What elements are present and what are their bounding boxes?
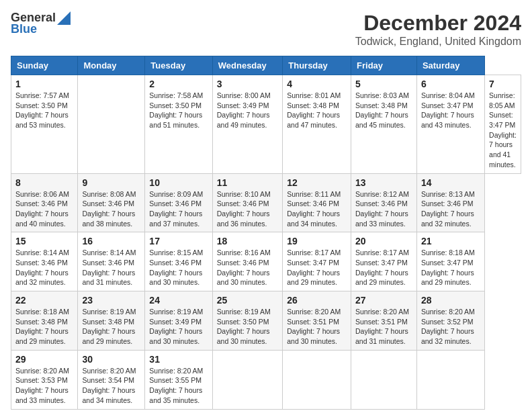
table-row: 9 Sunrise: 8:08 AM Sunset: 3:46 PM Dayli… — [78, 173, 145, 232]
day-number: 29 — [15, 354, 73, 365]
day-number: 16 — [82, 236, 140, 246]
table-row: 11 Sunrise: 8:10 AM Sunset: 3:46 PM Dayl… — [212, 173, 282, 232]
day-number: 4 — [287, 79, 347, 89]
day-info: Sunrise: 8:12 AM Sunset: 3:46 PM Dayligh… — [355, 189, 412, 229]
day-number: 11 — [217, 177, 278, 188]
table-row: 4 Sunrise: 8:01 AM Sunset: 3:48 PM Dayli… — [283, 75, 351, 174]
day-info: Sunrise: 8:04 AM Sunset: 3:47 PM Dayligh… — [421, 91, 480, 130]
day-number: 22 — [15, 295, 73, 306]
week-row: 8 Sunrise: 8:06 AM Sunset: 3:46 PM Dayli… — [11, 173, 521, 232]
location-title: Todwick, England, United Kingdom — [355, 36, 521, 48]
day-info: Sunrise: 8:05 AM Sunset: 3:47 PM Dayligh… — [489, 91, 517, 170]
table-row: 26 Sunrise: 8:20 AM Sunset: 3:51 PM Dayl… — [283, 291, 351, 351]
col-friday: Friday — [351, 56, 417, 75]
table-row: 22 Sunrise: 8:18 AM Sunset: 3:48 PM Dayl… — [11, 291, 78, 351]
day-number: 3 — [217, 79, 278, 89]
page-header: General Blue December 2024 Todwick, Engl… — [11, 11, 521, 48]
table-row: 8 Sunrise: 8:06 AM Sunset: 3:46 PM Dayli… — [11, 173, 78, 232]
day-info: Sunrise: 8:17 AM Sunset: 3:47 PM Dayligh… — [355, 248, 412, 287]
col-tuesday: Tuesday — [145, 56, 212, 75]
day-number: 14 — [421, 177, 480, 188]
day-number: 7 — [489, 79, 517, 89]
day-info: Sunrise: 8:20 AM Sunset: 3:53 PM Dayligh… — [15, 366, 73, 406]
day-number: 27 — [355, 295, 412, 306]
day-info: Sunrise: 8:20 AM Sunset: 3:55 PM Dayligh… — [149, 366, 208, 406]
table-row: 1 Sunrise: 7:57 AM Sunset: 3:50 PM Dayli… — [11, 75, 78, 174]
day-info: Sunrise: 8:16 AM Sunset: 3:46 PM Dayligh… — [217, 248, 278, 287]
day-number: 1 — [15, 79, 73, 89]
day-number: 31 — [149, 354, 208, 365]
table-row: 15 Sunrise: 8:14 AM Sunset: 3:46 PM Dayl… — [11, 232, 78, 291]
day-info: Sunrise: 8:03 AM Sunset: 3:48 PM Dayligh… — [355, 91, 412, 130]
empty-cell — [416, 350, 484, 409]
day-info: Sunrise: 8:19 AM Sunset: 3:49 PM Dayligh… — [149, 307, 208, 347]
day-info: Sunrise: 8:19 AM Sunset: 3:48 PM Dayligh… — [82, 307, 140, 347]
day-info: Sunrise: 8:17 AM Sunset: 3:47 PM Dayligh… — [287, 248, 347, 287]
day-info: Sunrise: 8:15 AM Sunset: 3:46 PM Dayligh… — [149, 248, 208, 287]
day-number: 10 — [149, 177, 208, 188]
day-info: Sunrise: 8:10 AM Sunset: 3:46 PM Dayligh… — [217, 189, 278, 229]
day-number: 23 — [82, 295, 140, 306]
col-monday: Monday — [78, 56, 145, 75]
empty-cell — [78, 75, 145, 174]
empty-cell — [212, 350, 282, 409]
day-info: Sunrise: 8:18 AM Sunset: 3:47 PM Dayligh… — [421, 248, 480, 287]
day-info: Sunrise: 8:20 AM Sunset: 3:52 PM Dayligh… — [421, 307, 480, 347]
day-number: 18 — [217, 236, 278, 246]
svg-marker-0 — [57, 11, 71, 25]
day-info: Sunrise: 8:20 AM Sunset: 3:51 PM Dayligh… — [287, 307, 347, 347]
day-info: Sunrise: 8:19 AM Sunset: 3:50 PM Dayligh… — [217, 307, 278, 347]
day-info: Sunrise: 8:06 AM Sunset: 3:46 PM Dayligh… — [15, 189, 73, 229]
header-row: Sunday Monday Tuesday Wednesday Thursday… — [11, 56, 521, 75]
day-number: 26 — [287, 295, 347, 306]
table-row: 30 Sunrise: 8:20 AM Sunset: 3:54 PM Dayl… — [78, 350, 145, 409]
col-sunday: Sunday — [11, 56, 78, 75]
day-number: 15 — [15, 236, 73, 246]
table-row: 6 Sunrise: 8:04 AM Sunset: 3:47 PM Dayli… — [416, 75, 484, 174]
day-number: 8 — [15, 177, 73, 188]
day-number: 2 — [149, 79, 208, 89]
title-area: December 2024 Todwick, England, United K… — [355, 11, 521, 48]
table-row: 7 Sunrise: 8:05 AM Sunset: 3:47 PM Dayli… — [485, 75, 521, 174]
table-row: 28 Sunrise: 8:20 AM Sunset: 3:52 PM Dayl… — [416, 291, 484, 351]
day-number: 21 — [421, 236, 480, 246]
table-row: 10 Sunrise: 8:09 AM Sunset: 3:46 PM Dayl… — [145, 173, 212, 232]
table-row: 23 Sunrise: 8:19 AM Sunset: 3:48 PM Dayl… — [78, 291, 145, 351]
table-row: 19 Sunrise: 8:17 AM Sunset: 3:47 PM Dayl… — [283, 232, 351, 291]
day-info: Sunrise: 8:01 AM Sunset: 3:48 PM Dayligh… — [287, 91, 347, 130]
table-row: 18 Sunrise: 8:16 AM Sunset: 3:46 PM Dayl… — [212, 232, 282, 291]
day-number: 24 — [149, 295, 208, 306]
table-row: 3 Sunrise: 8:00 AM Sunset: 3:49 PM Dayli… — [212, 75, 282, 174]
day-info: Sunrise: 8:13 AM Sunset: 3:46 PM Dayligh… — [421, 189, 480, 229]
week-row: 15 Sunrise: 8:14 AM Sunset: 3:46 PM Dayl… — [11, 232, 521, 291]
month-title: December 2024 — [355, 11, 521, 36]
table-row: 12 Sunrise: 8:11 AM Sunset: 3:46 PM Dayl… — [283, 173, 351, 232]
empty-cell — [283, 350, 351, 409]
day-info: Sunrise: 8:14 AM Sunset: 3:46 PM Dayligh… — [82, 248, 140, 287]
table-row: 14 Sunrise: 8:13 AM Sunset: 3:46 PM Dayl… — [416, 173, 484, 232]
table-row: 25 Sunrise: 8:19 AM Sunset: 3:50 PM Dayl… — [212, 291, 282, 351]
day-info: Sunrise: 7:58 AM Sunset: 3:50 PM Dayligh… — [149, 91, 208, 130]
day-number: 6 — [421, 79, 480, 89]
week-row: 29 Sunrise: 8:20 AM Sunset: 3:53 PM Dayl… — [11, 350, 521, 409]
table-row: 31 Sunrise: 8:20 AM Sunset: 3:55 PM Dayl… — [145, 350, 212, 409]
day-number: 19 — [287, 236, 347, 246]
day-info: Sunrise: 8:09 AM Sunset: 3:46 PM Dayligh… — [149, 189, 208, 229]
day-info: Sunrise: 8:14 AM Sunset: 3:46 PM Dayligh… — [15, 248, 73, 287]
day-number: 9 — [82, 177, 140, 188]
table-row: 16 Sunrise: 8:14 AM Sunset: 3:46 PM Dayl… — [78, 232, 145, 291]
col-saturday: Saturday — [416, 56, 484, 75]
day-number: 25 — [217, 295, 278, 306]
day-number: 20 — [355, 236, 412, 246]
table-row: 5 Sunrise: 8:03 AM Sunset: 3:48 PM Dayli… — [351, 75, 417, 174]
table-row: 24 Sunrise: 8:19 AM Sunset: 3:49 PM Dayl… — [145, 291, 212, 351]
table-row: 27 Sunrise: 8:20 AM Sunset: 3:51 PM Dayl… — [351, 291, 417, 351]
day-number: 13 — [355, 177, 412, 188]
day-info: Sunrise: 7:57 AM Sunset: 3:50 PM Dayligh… — [15, 91, 73, 130]
table-row: 21 Sunrise: 8:18 AM Sunset: 3:47 PM Dayl… — [416, 232, 484, 291]
day-number: 12 — [287, 177, 347, 188]
col-thursday: Thursday — [283, 56, 351, 75]
day-info: Sunrise: 8:20 AM Sunset: 3:51 PM Dayligh… — [355, 307, 412, 347]
table-row: 29 Sunrise: 8:20 AM Sunset: 3:53 PM Dayl… — [11, 350, 78, 409]
logo: General Blue — [11, 11, 71, 36]
